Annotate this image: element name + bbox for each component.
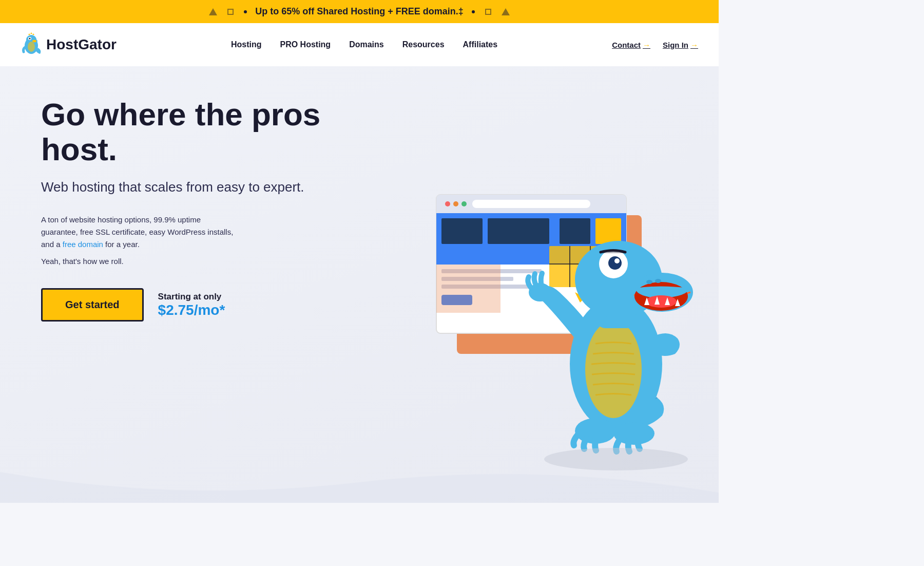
cta-area: Get started Starting at only $2.75/mo* bbox=[41, 288, 349, 322]
svg-rect-20 bbox=[488, 218, 549, 244]
nav-sign-in[interactable]: Sign In → bbox=[663, 41, 698, 49]
svg-point-51 bbox=[655, 279, 661, 283]
hero-tagline: Yeah, that's how we roll. bbox=[41, 257, 349, 266]
free-domain-link[interactable]: free domain bbox=[63, 240, 103, 249]
svg-point-48 bbox=[608, 256, 622, 270]
hero-description: A ton of website hosting options, 99.9% … bbox=[41, 214, 236, 251]
navbar: HostGator Hosting PRO Hosting Domains Re… bbox=[0, 23, 719, 66]
nav-item-hosting[interactable]: Hosting bbox=[231, 40, 262, 49]
triangle-icon-1 bbox=[209, 8, 217, 15]
svg-rect-21 bbox=[560, 218, 590, 244]
svg-point-15 bbox=[453, 201, 458, 206]
nav-contact[interactable]: Contact → bbox=[612, 41, 650, 49]
nav-item-affiliates[interactable]: Affiliates bbox=[463, 40, 498, 49]
contact-label: Contact bbox=[612, 41, 641, 49]
svg-point-14 bbox=[445, 201, 450, 206]
svg-point-41 bbox=[646, 295, 677, 308]
triangle-icon-2 bbox=[502, 8, 510, 15]
svg-marker-8 bbox=[32, 33, 34, 35]
svg-rect-19 bbox=[441, 218, 483, 244]
hero-description-end: for a year. bbox=[105, 240, 140, 249]
hero-wave bbox=[0, 441, 719, 503]
nav-item-domains[interactable]: Domains bbox=[349, 40, 384, 49]
logo-text: HostGator bbox=[46, 36, 117, 53]
cta-starting-text: Starting at only bbox=[158, 292, 225, 302]
hero-section: Go where the pros host. Web hosting that… bbox=[0, 66, 719, 503]
contact-arrow: → bbox=[643, 41, 650, 49]
svg-rect-17 bbox=[472, 200, 590, 208]
svg-marker-7 bbox=[30, 32, 32, 34]
nav-item-resources[interactable]: Resources bbox=[402, 40, 445, 49]
hero-subheadline: Web hosting that scales from easy to exp… bbox=[41, 179, 349, 195]
cta-price-amount: $2.75/mo* bbox=[158, 302, 225, 318]
sign-in-arrow: → bbox=[690, 41, 698, 49]
dot-1 bbox=[244, 10, 247, 13]
square-icon-1 bbox=[227, 9, 234, 15]
svg-point-16 bbox=[461, 201, 467, 206]
cta-price-block: Starting at only $2.75/mo* bbox=[158, 292, 225, 318]
svg-point-50 bbox=[646, 280, 652, 284]
sign-in-label: Sign In bbox=[663, 41, 688, 49]
nav-center: Hosting PRO Hosting Domains Resources Af… bbox=[231, 40, 497, 49]
svg-point-33 bbox=[585, 320, 642, 418]
hostgator-logo-icon bbox=[21, 32, 42, 57]
get-started-button[interactable]: Get started bbox=[41, 288, 144, 322]
square-icon-2 bbox=[485, 9, 491, 15]
svg-marker-31 bbox=[436, 265, 500, 313]
dot-2 bbox=[472, 10, 475, 13]
svg-point-9 bbox=[28, 42, 35, 52]
top-banner: Up to 65% off Shared Hosting + FREE doma… bbox=[0, 0, 719, 23]
svg-point-5 bbox=[32, 40, 36, 43]
svg-point-49 bbox=[614, 258, 620, 263]
hero-content: Go where the pros host. Web hosting that… bbox=[41, 97, 349, 322]
nav-item-pro-hosting[interactable]: PRO Hosting bbox=[280, 40, 331, 49]
svg-rect-22 bbox=[595, 218, 621, 244]
logo-area[interactable]: HostGator bbox=[21, 32, 117, 57]
banner-text: Up to 65% off Shared Hosting + FREE doma… bbox=[255, 6, 464, 17]
svg-point-3 bbox=[29, 38, 31, 40]
svg-marker-6 bbox=[28, 33, 30, 35]
hero-headline: Go where the pros host. bbox=[41, 97, 349, 167]
nav-right: Contact → Sign In → bbox=[612, 41, 698, 49]
